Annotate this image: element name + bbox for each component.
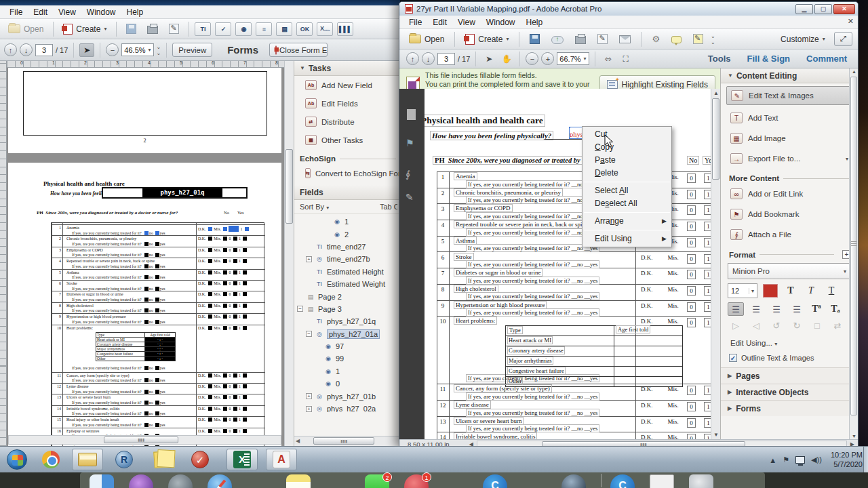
align-right-button[interactable]: ☰ <box>768 302 785 316</box>
checkbox-field[interactable] <box>155 423 159 427</box>
answer-box-0[interactable]: 0 <box>687 418 696 428</box>
convert-to-echosign-item[interactable]: ⇆Convert to EchoSign Form <box>294 164 400 182</box>
checkbox-field[interactable] <box>155 390 159 394</box>
fit-width-button[interactable]: ⬄ <box>601 52 616 66</box>
italic-button[interactable]: T <box>804 285 818 296</box>
checkbox-field[interactable] <box>155 264 159 268</box>
checkbox-field[interactable] <box>243 384 247 388</box>
taskbar-sticky-notes[interactable] <box>151 449 174 470</box>
next-page-button[interactable]: ↓ <box>422 52 435 65</box>
volume-icon[interactable]: ◀)) <box>811 455 822 464</box>
condition-row-11[interactable]: 11Cancer, any form (specify site or type… <box>52 372 265 383</box>
tree-expander-icon[interactable]: + <box>306 406 312 412</box>
condition-row-6[interactable]: 6StrokeIf yes, are you currently being t… <box>437 253 711 269</box>
menu-window[interactable]: Window <box>481 16 521 28</box>
tree-expander-icon[interactable]: − <box>306 331 312 337</box>
field-tree-item[interactable]: TIphys_h27_01q <box>294 315 400 327</box>
condition-row-8[interactable]: 8High cholesterolIf yes, are you current… <box>52 302 265 313</box>
check-box-tool[interactable]: ✓ <box>215 22 231 36</box>
sign-button[interactable] <box>165 22 183 36</box>
zoom-level-select[interactable]: 66.7%▾ <box>557 52 589 65</box>
checkbox-field[interactable] <box>223 270 227 274</box>
checkbox-field[interactable] <box>223 281 227 285</box>
checkbox-field[interactable] <box>208 270 212 274</box>
checkbox-field[interactable] <box>208 373 212 378</box>
condition-row-5[interactable]: 5AsthmaIf yes, are you currently being t… <box>52 269 265 280</box>
dock-gotomeeting[interactable]: C <box>483 474 507 488</box>
subscript-button[interactable]: Tₐ <box>828 304 843 314</box>
checkbox-field[interactable] <box>223 292 227 296</box>
open-button[interactable]: Open <box>405 33 448 46</box>
sign-button[interactable] <box>593 32 612 46</box>
answer-box-0[interactable]: 0 <box>687 402 696 411</box>
checkbox-field[interactable] <box>144 378 149 382</box>
checkbox-field[interactable] <box>223 407 227 411</box>
menu-file[interactable]: File <box>403 16 427 28</box>
checkbox-field[interactable] <box>144 264 149 268</box>
answer-box-1[interactable]: 1 <box>704 190 711 199</box>
window-title-bar[interactable]: 27yr Part II Variable Mapping.pdf - Adob… <box>399 2 858 16</box>
checkbox-field[interactable] <box>155 366 159 370</box>
scrollbar-thumb[interactable] <box>285 149 293 224</box>
context-menu-cut[interactable]: Cut <box>583 128 671 141</box>
checkbox-field[interactable] <box>243 248 247 252</box>
checkbox-field[interactable] <box>155 231 159 235</box>
answer-box-1[interactable]: 1 <box>704 174 711 183</box>
field-tree-item[interactable]: +◎time_end27b <box>294 253 400 265</box>
field-tree-item[interactable]: ◉1 <box>294 216 400 228</box>
answer-box-0[interactable]: 0 <box>687 318 696 327</box>
task-add-new-field[interactable]: AbAdd New Field <box>294 76 400 94</box>
fields-section-header[interactable]: Fields <box>294 185 400 200</box>
previous-page-button[interactable]: ↑ <box>4 43 17 56</box>
dock-messages[interactable]: 2 <box>365 474 389 488</box>
answer-box-1[interactable]: 1 <box>704 386 711 395</box>
answer-box-1[interactable]: 1 <box>704 402 711 411</box>
task-other-tasks[interactable]: ▦Other Tasks <box>294 131 400 149</box>
checkbox-field[interactable] <box>144 298 149 302</box>
menu-edit[interactable]: Edit <box>427 16 452 28</box>
answer-box-1[interactable]: 1 <box>704 238 711 247</box>
add-bookmark-item[interactable]: ⚑Add Bookmark <box>721 204 858 224</box>
condition-row-8[interactable]: 8High cholesterolIf yes, are you current… <box>437 285 711 301</box>
answer-box-1[interactable]: 1 <box>704 434 711 439</box>
checkbox-field[interactable] <box>233 270 237 274</box>
add-image-item[interactable]: ▦Add Image <box>721 128 858 148</box>
justify-button[interactable]: ☰ <box>789 302 805 316</box>
tree-expander-icon[interactable]: − <box>297 306 303 312</box>
bookmarks-icon[interactable]: ⚑ <box>406 138 414 148</box>
close-form-editing-button[interactable]: Close Form Editing <box>269 43 328 57</box>
customize-button[interactable]: Customize▾ <box>776 33 829 46</box>
save-button[interactable] <box>526 32 544 46</box>
align-center-button[interactable]: ☰ <box>748 302 764 316</box>
field-tree-item[interactable]: ◉0 <box>294 378 400 390</box>
highlight-tool-button[interactable] <box>689 32 707 46</box>
context-menu-edit-using[interactable]: Edit Using▶ <box>583 232 671 245</box>
barcode-tool[interactable]: ▌▌▌ <box>337 22 353 36</box>
checkbox-field[interactable] <box>243 395 247 399</box>
checkbox-field[interactable] <box>233 281 237 285</box>
page-2-bottom[interactable]: 2 <box>8 68 281 153</box>
signatures-icon[interactable]: ✎ <box>406 192 414 203</box>
menu-window[interactable]: Window <box>81 6 121 18</box>
answer-box-1[interactable]: 1 <box>704 205 711 215</box>
field-tree-item[interactable]: ◉97 <box>294 340 400 352</box>
email-button[interactable] <box>615 33 635 45</box>
checkbox-field[interactable] <box>243 407 247 411</box>
dock-window-preview[interactable] <box>650 474 674 488</box>
zoom-in-button[interactable]: + <box>541 52 554 65</box>
print-button[interactable] <box>143 22 162 36</box>
checkbox-field[interactable] <box>144 411 149 415</box>
checkbox-field[interactable] <box>144 390 149 394</box>
menu-view[interactable]: View <box>452 16 481 28</box>
checkbox-field[interactable] <box>243 304 247 308</box>
condition-row-4[interactable]: 4Repeated trouble or severe pain in neck… <box>52 258 265 268</box>
condition-row-6[interactable]: 6StrokeIf yes, are you currently being t… <box>52 280 265 291</box>
checkbox-field[interactable] <box>144 287 149 291</box>
section-pages[interactable]: ▶Pages <box>721 367 858 384</box>
right-vertical-scrollbar[interactable]: ▲▼ <box>711 89 720 439</box>
checkbox-field[interactable] <box>208 326 212 330</box>
taskbar-teamviewer[interactable]: ✓ <box>189 449 212 470</box>
condition-row-9[interactable]: 9Hypertension or high blood pressureIf y… <box>52 313 265 324</box>
field-tree-item[interactable]: TItime_end27 <box>294 241 400 253</box>
checkbox-field[interactable] <box>245 227 249 231</box>
